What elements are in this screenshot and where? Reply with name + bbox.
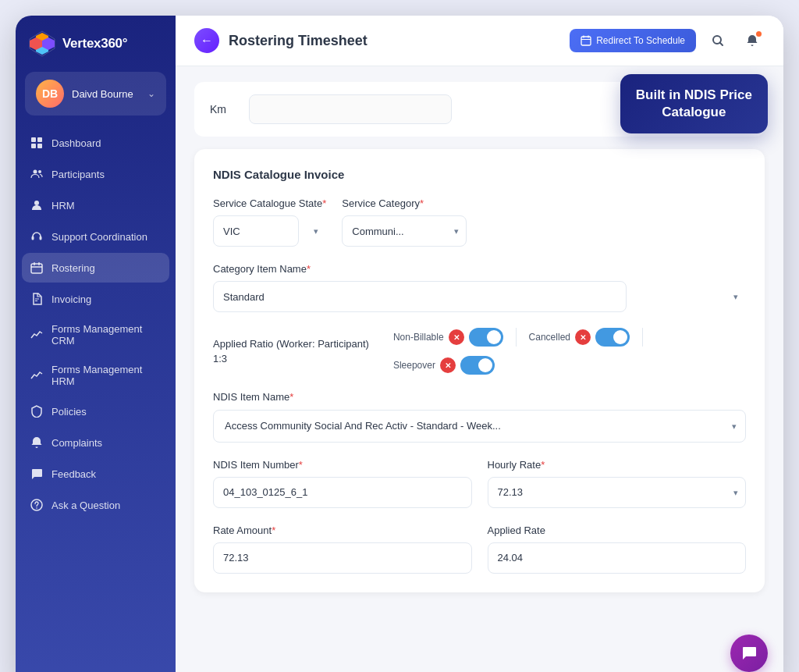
sleepover-toggle-item: Sleepover ✕: [393, 356, 495, 375]
chevron-down-icon: ⌄: [147, 88, 155, 99]
rate-amount-input[interactable]: 72.13: [213, 542, 472, 574]
sidebar-item-label: Invoicing: [51, 293, 91, 305]
category-item-name-group: Category Item Name* Standard High Intens…: [213, 262, 746, 312]
required-star-5: *: [299, 459, 303, 471]
comment-icon: [30, 467, 44, 481]
non-billable-toggle-item: Non-Billable ✕: [393, 328, 503, 347]
cancelled-x-icon: ✕: [575, 329, 591, 345]
svg-rect-7: [31, 144, 36, 148]
redirect-to-schedule-button[interactable]: Redirect To Schedule: [570, 29, 696, 52]
svg-rect-14: [31, 264, 42, 273]
category-item-label-text: Category Item Name: [213, 263, 307, 275]
ndis-item-label-text: NDIS Item Name: [213, 391, 289, 403]
invoice-section: NDIS Catalogue Invoice Service Catalogue…: [194, 149, 765, 592]
sidebar-item-label: Policies: [51, 406, 87, 418]
service-category-group: Service Category* Communi... Daily Activ…: [342, 197, 467, 247]
category-item-row: Category Item Name* Standard High Intens…: [213, 262, 746, 312]
sidebar-item-complaints[interactable]: Complaints: [22, 428, 169, 457]
hourly-rate-input[interactable]: 72.13: [488, 477, 747, 508]
svg-point-11: [34, 201, 39, 205]
ndis-item-name-row: NDIS Item Name* Access Community Social …: [213, 390, 746, 442]
ndis-item-number-hourly-row: NDIS Item Number* 04_103_0125_6_1 Hourly…: [213, 458, 746, 508]
state-label-text: Service Catalogue State: [213, 197, 322, 209]
notification-button[interactable]: [740, 28, 765, 53]
sidebar-item-forms-crm[interactable]: Forms Management CRM: [22, 315, 169, 354]
svg-rect-13: [40, 236, 42, 240]
sidebar-item-rostering[interactable]: Rostering: [22, 253, 169, 283]
sidebar-item-label: Rostering: [51, 262, 95, 274]
svg-point-10: [38, 170, 41, 173]
chat-button[interactable]: [730, 635, 768, 672]
shield-icon: [30, 404, 44, 418]
section-title: NDIS Catalogue Invoice: [213, 168, 746, 181]
sidebar-item-label: Feedback: [51, 468, 96, 480]
sidebar-item-forms-hrm[interactable]: Forms Management HRM: [22, 356, 169, 395]
bell-icon: [30, 436, 44, 450]
sidebar: Vertex360° DB Daivd Bourne ⌄ D: [16, 16, 176, 672]
hourly-rate-label: Hourly Rate*: [488, 458, 747, 472]
sidebar-item-ask-question[interactable]: Ask a Question: [22, 490, 169, 520]
sidebar-item-support-coordination[interactable]: Support Coordination: [22, 222, 169, 251]
sidebar-item-participants[interactable]: Participants: [22, 159, 169, 189]
applied-rate-label: Applied Rate: [488, 524, 747, 538]
required-star-3: *: [307, 263, 311, 275]
divider-2: [642, 328, 643, 347]
sidebar-item-policies[interactable]: Policies: [22, 396, 169, 426]
main-content: ← Rostering Timesheet Redirect To Schedu…: [176, 16, 783, 672]
category-item-name-select[interactable]: Standard High Intensity Therapy: [213, 281, 627, 312]
cancelled-toggle-item: Cancelled ✕: [529, 328, 630, 347]
app-container: Vertex360° DB Daivd Bourne ⌄ D: [16, 16, 783, 672]
svg-rect-8: [37, 144, 42, 148]
ndis-item-name-label: NDIS Item Name*: [213, 390, 746, 404]
chevron-down-icon: ▾: [314, 226, 318, 236]
redirect-label: Redirect To Schedule: [596, 35, 685, 46]
service-catalogue-state-select[interactable]: VIC NSW QLD SA WA: [213, 215, 299, 247]
ndis-item-number-input[interactable]: 04_103_0125_6_1: [213, 477, 472, 508]
sleepover-x-icon: ✕: [440, 357, 456, 373]
km-input[interactable]: [249, 94, 452, 124]
service-category-select[interactable]: Communi... Daily Activities Capacity Bui…: [342, 215, 467, 247]
chevron-down-icon-3: ▾: [733, 292, 738, 302]
cancelled-toggle[interactable]: [595, 328, 630, 347]
applied-rate-input[interactable]: 24.04: [488, 542, 747, 574]
ndis-item-number-label: NDIS Item Number*: [213, 458, 472, 472]
sidebar-item-label: Complaints: [51, 437, 102, 449]
required-star-2: *: [420, 197, 424, 209]
ndis-item-number-group: NDIS Item Number* 04_103_0125_6_1: [213, 458, 472, 508]
hourly-rate-group: Hourly Rate* 72.13 ▾: [488, 458, 747, 508]
ndis-item-number-label-text: NDIS Item Number: [213, 459, 299, 471]
sidebar-item-invoicing[interactable]: Invoicing: [22, 284, 169, 314]
category-label-text: Service Category: [342, 197, 420, 209]
service-state-category-row: Service Catalogue State* VIC NSW QLD SA …: [213, 197, 746, 247]
ndis-price-catalogue-badge: Built in NDIS Price Catalogue: [620, 74, 768, 133]
svg-point-9: [34, 170, 37, 174]
avatar-initials: DB: [36, 80, 64, 108]
header-actions: Redirect To Schedule: [570, 28, 765, 53]
user-profile[interactable]: DB Daivd Bourne ⌄: [25, 72, 166, 116]
users-icon: [30, 167, 44, 181]
required-star: *: [322, 197, 326, 209]
svg-rect-5: [31, 137, 36, 142]
headset-icon: [30, 229, 44, 244]
calendar-redirect-icon: [581, 35, 591, 46]
applied-ratio-row: Applied Ratio (Worker: Participant) 1:3 …: [213, 328, 746, 375]
sidebar-item-dashboard[interactable]: Dashboard: [22, 128, 169, 158]
page-title: Rostering Timesheet: [229, 33, 368, 49]
required-star-4: *: [289, 391, 293, 403]
ndis-item-name-select[interactable]: Access Community Social And Rec Activ - …: [213, 410, 746, 443]
sidebar-item-feedback[interactable]: Feedback: [22, 459, 169, 489]
applied-rate-label-text: Applied Rate: [488, 524, 545, 536]
chart-bar-icon: [30, 368, 44, 382]
sidebar-item-hrm[interactable]: HRM: [22, 190, 169, 220]
header-left: ← Rostering Timesheet: [194, 28, 368, 53]
km-label: Km: [210, 103, 233, 116]
back-button[interactable]: ←: [194, 28, 219, 53]
sidebar-item-label: Forms Management HRM: [51, 364, 162, 387]
content-area: Built in NDIS Price Catalogue Km NDIS Ca…: [176, 66, 783, 672]
sleepover-toggle[interactable]: [460, 356, 495, 375]
app-name-label: Vertex360°: [62, 36, 127, 52]
ndis-item-name-select-wrapper: Access Community Social And Rec Activ - …: [213, 410, 746, 443]
applied-ratio-label: Applied Ratio (Worker: Participant) 1:3: [213, 338, 369, 364]
non-billable-toggle[interactable]: [469, 328, 503, 347]
search-button[interactable]: [705, 28, 730, 53]
